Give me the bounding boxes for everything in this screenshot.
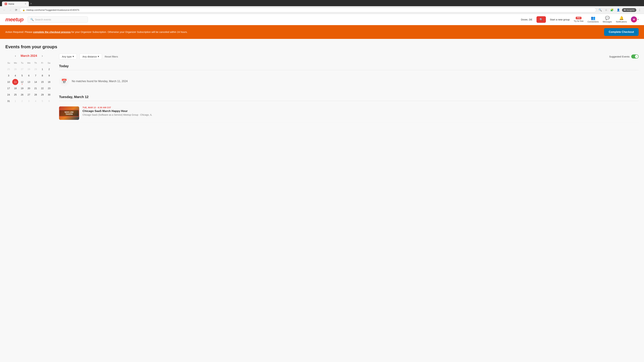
cal-day[interactable]: 5 xyxy=(40,98,46,104)
weekday-sa: Sa xyxy=(46,61,52,65)
cal-day[interactable]: 5 xyxy=(19,72,25,79)
cal-day[interactable]: 27 xyxy=(19,66,25,72)
pro-badge: PRO xyxy=(576,17,582,19)
more-options-button[interactable]: ⋮ xyxy=(637,8,642,12)
cal-day[interactable]: 3 xyxy=(26,98,32,104)
cal-day[interactable]: 24 xyxy=(6,92,12,98)
connections-nav-item[interactable]: 👥 Connections xyxy=(588,16,599,23)
cal-day[interactable]: 3 xyxy=(6,72,12,79)
cal-day[interactable]: 22 xyxy=(40,85,46,91)
start-group-button[interactable]: Start a new group xyxy=(550,18,570,21)
distance-filter-label: Any distance xyxy=(82,55,97,58)
cal-day[interactable]: 15 xyxy=(40,79,46,85)
cal-day[interactable]: 28 xyxy=(32,92,38,98)
meetup-logo[interactable]: meetup xyxy=(5,16,24,23)
address-bar[interactable]: 🔒 meetup.com/home/?suggested=true&source… xyxy=(20,7,596,12)
cal-day[interactable]: 13 xyxy=(26,79,32,85)
tuesday-heading: Tuesday, March 12 xyxy=(59,95,639,101)
action-banner: Action Required: Please complete the che… xyxy=(0,25,644,39)
event-card[interactable]: NEW LINE TAVERN TUE, MAR 12 · 6:30 AM CS… xyxy=(59,104,639,123)
calendar-next-button[interactable]: › xyxy=(40,53,44,58)
search-bar[interactable]: 🔍 Search events xyxy=(28,16,88,23)
calendar-prev-button[interactable]: ‹ xyxy=(14,53,17,58)
notifications-nav-item[interactable]: 🔔 Notifications xyxy=(616,16,627,23)
complete-checkout-button[interactable]: Complete Checkout xyxy=(604,28,639,36)
search-button[interactable]: 🔍 xyxy=(536,16,546,23)
cal-day-has-event[interactable]: 12 xyxy=(19,79,25,85)
today-heading: Today xyxy=(59,64,639,70)
suggested-events-toggle[interactable]: ✓ xyxy=(631,54,639,58)
address-text: meetup.com/home/?suggested=true&source=E… xyxy=(26,9,593,11)
refresh-button[interactable]: ⟳ xyxy=(14,8,18,12)
cal-day[interactable]: 16 xyxy=(46,79,52,85)
extensions-icon-button[interactable]: 🧩 xyxy=(609,8,615,12)
cal-day[interactable]: 27 xyxy=(26,92,32,98)
cal-day[interactable]: 26 xyxy=(12,66,18,72)
tab-close-button[interactable]: × xyxy=(25,2,26,5)
user-avatar-wrapper[interactable]: M ▾ xyxy=(631,16,639,22)
cal-day[interactable]: 28 xyxy=(26,66,32,72)
cal-day[interactable]: 2 xyxy=(46,66,52,72)
reset-filters-button[interactable]: Reset filters xyxy=(105,55,118,58)
banner-message: Action Required: Please complete the che… xyxy=(5,30,188,34)
cal-day-today[interactable]: 11 xyxy=(12,79,18,85)
cal-day[interactable]: 30 xyxy=(46,92,52,98)
cal-day[interactable]: 23 xyxy=(46,85,52,91)
no-events-text: No matches found for Monday, March 11, 2… xyxy=(72,80,128,83)
cal-day[interactable]: 29 xyxy=(32,66,38,72)
cal-day[interactable]: 18 xyxy=(12,85,18,91)
app-header: meetup 🔍 Search events Dover, DE 🔍 Start… xyxy=(0,14,644,25)
profile-icon-button[interactable]: 👤 xyxy=(616,8,621,12)
toggle-knob: ✓ xyxy=(635,55,638,58)
cal-day[interactable]: 25 xyxy=(12,92,18,98)
cal-day[interactable]: 4 xyxy=(32,98,38,104)
weekday-mo: Mo xyxy=(12,61,19,65)
type-filter-button[interactable]: Any type ▾ xyxy=(59,53,77,59)
cal-day[interactable]: 1 xyxy=(40,66,46,72)
cal-day[interactable]: 25 xyxy=(6,66,12,72)
tuesday-section: Tuesday, March 12 NEW LINE TAVERN TUE, M… xyxy=(59,95,639,123)
tab-favicon: M xyxy=(5,3,7,5)
pro-nav-item[interactable]: PRO Try for free xyxy=(574,17,584,22)
active-tab: M Home × xyxy=(2,1,29,6)
new-tab-button[interactable]: + xyxy=(29,1,33,6)
cal-day[interactable]: 14 xyxy=(32,79,38,85)
back-button[interactable]: ← xyxy=(2,8,7,12)
cal-day[interactable]: 2 xyxy=(19,98,25,104)
messages-nav-item[interactable]: 💬 Messages xyxy=(603,16,612,23)
cal-day[interactable]: 26 xyxy=(19,92,25,98)
type-filter-chevron-icon: ▾ xyxy=(72,55,74,58)
weekday-we: We xyxy=(26,61,32,65)
checkout-link[interactable]: complete the checkout process xyxy=(33,30,70,33)
cal-day[interactable]: 6 xyxy=(26,72,32,79)
cal-day[interactable]: 19 xyxy=(19,85,25,91)
cal-day[interactable]: 6 xyxy=(46,98,52,104)
distance-filter-button[interactable]: Any distance ▾ xyxy=(80,53,102,59)
incognito-badge: 🕶 Incognito xyxy=(622,8,636,12)
cal-day[interactable]: 9 xyxy=(46,72,52,79)
cal-day[interactable]: 1 xyxy=(12,98,18,104)
user-avatar: M xyxy=(631,16,637,22)
event-date-tag: TUE, MAR 12 · 6:30 AM CST xyxy=(82,106,639,109)
cal-day[interactable]: 20 xyxy=(26,85,32,91)
cal-day[interactable]: 17 xyxy=(6,85,12,91)
cal-day[interactable]: 4 xyxy=(12,72,18,79)
lock-icon: 🔒 xyxy=(22,9,25,11)
cal-day[interactable]: 8 xyxy=(40,72,46,79)
cal-day[interactable]: 7 xyxy=(32,72,38,79)
location-text[interactable]: Dover, DE xyxy=(521,18,532,21)
forward-button[interactable]: → xyxy=(8,8,13,12)
today-section: Today 📅 No matches found for Monday, Mar… xyxy=(59,64,639,90)
cal-day[interactable]: 10 xyxy=(6,79,12,85)
calendar-weekdays: Su Mo Tu We Th Fr Sa xyxy=(5,61,52,65)
cal-day[interactable]: 31 xyxy=(6,98,12,104)
bookmark-icon-button[interactable]: ☆ xyxy=(604,8,608,12)
cal-day[interactable]: 29 xyxy=(40,92,46,98)
cal-day[interactable]: 21 xyxy=(32,85,38,91)
event-thumbnail: NEW LINE TAVERN xyxy=(59,106,79,120)
tab-title: Home xyxy=(8,3,14,5)
distance-filter-chevron-icon: ▾ xyxy=(98,55,99,58)
events-panel: Any type ▾ Any distance ▾ Reset filters … xyxy=(59,53,639,128)
header-nav: PRO Try for free 👥 Connections 💬 Message… xyxy=(574,16,639,23)
search-icon-button[interactable]: 🔍 xyxy=(598,8,603,12)
